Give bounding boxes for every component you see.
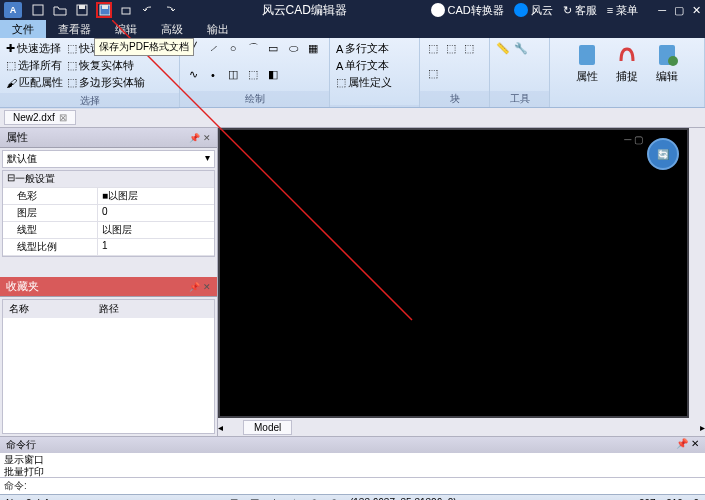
menu-button[interactable]: ≡ 菜单 <box>607 3 638 18</box>
undo-icon[interactable] <box>140 2 156 18</box>
dtext-button[interactable]: A 单行文本 <box>336 58 392 73</box>
view-cube[interactable]: 🔄 <box>647 138 679 170</box>
tab-file[interactable]: 文件 <box>0 20 46 38</box>
fav-col-path[interactable]: 路径 <box>93 300 125 318</box>
tools-group-label: 工具 <box>490 91 549 107</box>
pin-icon[interactable]: 📌 ✕ <box>189 282 211 292</box>
commandline-header[interactable]: 命令行 📌 ✕ <box>0 437 705 453</box>
canvas-controls[interactable]: ─ ▢ <box>624 134 643 145</box>
favorites-panel-header[interactable]: 收藏夹 📌 ✕ <box>0 277 217 297</box>
block-group-label: 块 <box>420 91 489 107</box>
prop-row-linetype[interactable]: 线型以图层 <box>3 222 214 239</box>
close-tab-icon[interactable]: ⊠ <box>59 112 67 123</box>
commandline-panel: 命令行 📌 ✕ 显示窗口 批量打印 命令: <box>0 436 705 494</box>
cad-converter-button[interactable]: CAD转换器 <box>431 3 504 18</box>
redo-icon[interactable] <box>162 2 178 18</box>
snap-button[interactable]: 捕捉 <box>611 41 643 104</box>
measure-tool-icon[interactable]: 📏 <box>496 41 510 55</box>
print-icon[interactable] <box>118 2 134 18</box>
tab-nav-left[interactable]: ◂ <box>218 422 223 433</box>
circle-tool-icon[interactable]: ○ <box>226 41 240 55</box>
svg-rect-0 <box>33 5 43 15</box>
grid-toggle-icon[interactable]: ▦ <box>250 497 264 501</box>
drawing-canvas[interactable]: ─ ▢ 🔄 <box>220 130 687 416</box>
tab-nav-right[interactable]: ▸ <box>700 422 705 433</box>
statusbar: New2.dxf ⊞ ▦ ⊥ ✧ ◉ ⊕ (133.6637; 35.31306… <box>0 494 705 500</box>
polyline-tool-icon[interactable]: ⟋ <box>206 41 220 55</box>
svg-rect-4 <box>102 5 108 9</box>
minimize-button[interactable]: ─ <box>658 4 666 17</box>
arc-tool-icon[interactable]: ⌒ <box>246 41 260 55</box>
fav-col-name[interactable]: 名称 <box>3 300 93 318</box>
snap-toggle-icon[interactable]: ⊞ <box>230 497 244 501</box>
restore-entity-button[interactable]: ⬚ 恢复实体特 <box>67 58 145 73</box>
properties-icon <box>575 43 599 67</box>
close-button[interactable]: ✕ <box>692 4 701 17</box>
model-tab[interactable]: Model <box>243 420 292 435</box>
select-group-label: 选择 <box>0 93 179 109</box>
prop-row-color[interactable]: 色彩■以图层 <box>3 188 214 205</box>
svg-rect-5 <box>122 8 130 14</box>
match-props-button[interactable]: 🖌 匹配属性 <box>6 75 63 90</box>
commandline-input[interactable]: 命令: <box>0 477 705 494</box>
document-tab-bar: New2.dxf ⊠ <box>0 108 705 128</box>
ellipse-tool-icon[interactable]: ⬭ <box>286 41 300 55</box>
region-tool-icon[interactable]: ◫ <box>226 68 240 82</box>
edit-big-button[interactable]: 编辑 <box>651 41 683 104</box>
snap-icon <box>615 43 639 67</box>
hatch-tool-icon[interactable]: ▦ <box>306 41 320 55</box>
polygon-entity-button[interactable]: ⬚ 多边形实体输 <box>67 75 145 90</box>
support-button[interactable]: ↻ 客服 <box>563 3 597 18</box>
boundary-tool-icon[interactable]: ⬚ <box>246 68 260 82</box>
track-toggle-icon[interactable]: ⊕ <box>330 497 344 501</box>
app-logo: A <box>4 2 22 18</box>
quick-access-toolbar <box>30 2 178 18</box>
new-file-icon[interactable] <box>30 2 46 18</box>
spline-tool-icon[interactable]: ∿ <box>186 68 200 82</box>
window-title: 风云CAD编辑器 <box>178 2 431 19</box>
save-pdf-tooltip: 保存为PDF格式文档 <box>94 38 194 56</box>
open-file-icon[interactable] <box>52 2 68 18</box>
rect-tool-icon[interactable]: ▭ <box>266 41 280 55</box>
pin-icon[interactable]: 📌 ✕ <box>189 133 211 143</box>
wipeout-tool-icon[interactable]: ◧ <box>266 68 280 82</box>
prop-section-general[interactable]: ⊟ 一般设置 <box>3 171 214 188</box>
property-filter-dropdown[interactable]: 默认值▾ <box>2 150 215 168</box>
block-insert-icon[interactable]: ⬚ <box>426 41 440 55</box>
properties-table: ⊟ 一般设置 色彩■以图层 图层0 线型以图层 线型比例1 <box>2 170 215 257</box>
calc-tool-icon[interactable]: 🔧 <box>514 41 528 55</box>
polar-toggle-icon[interactable]: ✧ <box>290 497 304 501</box>
attdef-button[interactable]: ⬚ 属性定义 <box>336 75 392 90</box>
osnap-toggle-icon[interactable]: ◉ <box>310 497 324 501</box>
block-explode-icon[interactable]: ⬚ <box>426 67 440 81</box>
tab-viewer[interactable]: 查看器 <box>46 20 103 38</box>
prop-row-ltscale[interactable]: 线型比例1 <box>3 239 214 256</box>
save-all-icon[interactable] <box>74 2 90 18</box>
tab-output[interactable]: 输出 <box>195 20 241 38</box>
mtext-button[interactable]: A 多行文本 <box>336 41 392 56</box>
commandline-history: 显示窗口 批量打印 <box>0 453 705 477</box>
vertical-scrollbar[interactable] <box>689 128 705 418</box>
fengyun-button[interactable]: 风云 <box>514 3 553 18</box>
ortho-toggle-icon[interactable]: ⊥ <box>270 497 284 501</box>
prop-row-layer[interactable]: 图层0 <box>3 205 214 222</box>
svg-point-9 <box>668 56 678 66</box>
document-tab[interactable]: New2.dxf ⊠ <box>4 110 76 125</box>
select-all-button[interactable]: ⬚ 选择所有 <box>6 58 63 73</box>
edit-icon <box>655 43 679 67</box>
properties-panel-header[interactable]: 属性 📌 ✕ <box>0 128 217 148</box>
quick-select-button[interactable]: ✚ 快速选择 <box>6 41 63 56</box>
block-create-icon[interactable]: ⬚ <box>444 41 458 55</box>
properties-button[interactable]: 属性 <box>571 41 603 104</box>
status-coords: (133.6637; 35.31306; 0) <box>350 497 457 501</box>
model-tab-bar: ◂ Model ▸ <box>218 418 705 436</box>
tab-advanced[interactable]: 高级 <box>149 20 195 38</box>
block-edit-icon[interactable]: ⬚ <box>462 41 476 55</box>
tab-edit[interactable]: 编辑 <box>103 20 149 38</box>
save-pdf-icon[interactable] <box>96 2 112 18</box>
pin-icon[interactable]: 📌 ✕ <box>676 438 699 452</box>
point-tool-icon[interactable]: • <box>206 68 220 82</box>
titlebar: A 风云CAD编辑器 CAD转换器 风云 ↻ 客服 ≡ 菜单 ─ ▢ ✕ <box>0 0 705 20</box>
svg-rect-7 <box>579 45 595 65</box>
maximize-button[interactable]: ▢ <box>674 4 684 17</box>
